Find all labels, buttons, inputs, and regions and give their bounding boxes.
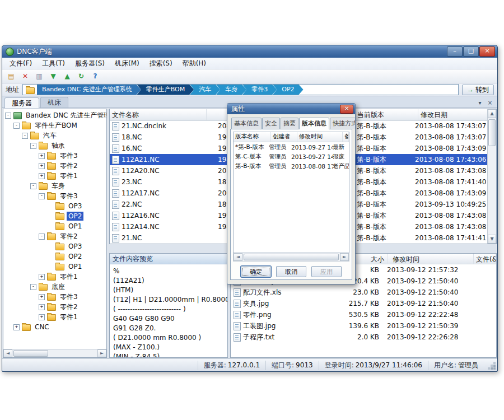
attachment-row[interactable]: 子程序.txt2.0 KB2013-09-12 22:26:28 bbox=[231, 332, 496, 343]
menu-item[interactable]: 帮助(H) bbox=[178, 58, 211, 69]
tree-item[interactable]: -零件生产BOM bbox=[3, 120, 106, 130]
tree-hscrollbar[interactable] bbox=[3, 349, 106, 357]
collapse-icon[interactable]: - bbox=[13, 123, 20, 129]
breadcrumb-segment[interactable]: 车身 bbox=[216, 85, 246, 95]
menu-item[interactable]: 搜索(S) bbox=[144, 58, 178, 69]
collapse-icon[interactable]: - bbox=[39, 193, 45, 199]
expand-icon[interactable]: + bbox=[39, 274, 45, 280]
column-header-creator[interactable]: 创建者 bbox=[271, 132, 297, 142]
dialog-tab[interactable]: 基本信息 bbox=[231, 118, 262, 129]
expand-icon[interactable]: + bbox=[39, 304, 45, 310]
menu-item[interactable]: 服务器(S) bbox=[70, 58, 110, 69]
tree-item[interactable]: +零件1 bbox=[3, 171, 106, 181]
expand-icon[interactable]: + bbox=[13, 324, 20, 330]
scroll-thumb[interactable] bbox=[13, 350, 48, 357]
version-row[interactable]: 第-B-版本管理员2013-08-08 17:老产品程序 bbox=[234, 161, 349, 171]
attachment-row[interactable]: 工装图.jpg139.6 KB2013-09-12 21:50:39 bbox=[231, 320, 496, 332]
breadcrumb-segment[interactable]: 零件3 bbox=[242, 85, 277, 95]
tree-item[interactable]: OP3 bbox=[3, 201, 106, 211]
collapse-icon[interactable]: - bbox=[5, 113, 11, 119]
dialog-tab[interactable]: 版本信息 bbox=[299, 118, 329, 129]
tree-item[interactable]: OP2 bbox=[3, 211, 106, 221]
apply-button[interactable]: 应用 bbox=[311, 266, 342, 277]
tree-item[interactable]: -Bandex DNC 先进生产管理系统 bbox=[3, 110, 106, 120]
menu-item[interactable]: 机床(M) bbox=[110, 58, 144, 69]
tree-item[interactable]: +CNC bbox=[3, 322, 106, 332]
upload-icon[interactable]: ▲ bbox=[61, 71, 73, 82]
tree-item[interactable]: OP1 bbox=[3, 262, 106, 272]
tree-item[interactable]: -车身 bbox=[3, 181, 106, 191]
menu-item[interactable]: 文件(F) bbox=[4, 58, 37, 69]
tree-item[interactable]: OP2 bbox=[3, 251, 106, 262]
column-header-date[interactable]: 修改日期 bbox=[418, 109, 496, 120]
tree-item[interactable]: -零件2 bbox=[3, 231, 106, 241]
scroll-thumb[interactable] bbox=[488, 119, 496, 146]
column-header-name[interactable]: 文件名称 bbox=[110, 109, 207, 120]
column-header-version-name[interactable]: 版本名称 bbox=[234, 132, 271, 142]
copy-icon[interactable]: ▥ bbox=[33, 71, 45, 82]
dialog-title-bar[interactable]: 属性 × bbox=[227, 104, 355, 114]
close-tab-icon[interactable]: × bbox=[486, 100, 494, 106]
tree-item[interactable]: -轴承 bbox=[3, 141, 106, 151]
column-header-modified[interactable]: 修改时间 bbox=[388, 254, 474, 264]
tree-item[interactable]: -底座 bbox=[3, 282, 106, 292]
tree-item[interactable]: OP1 bbox=[3, 221, 106, 231]
dialog-hscrollbar[interactable] bbox=[233, 253, 349, 262]
delete-icon[interactable]: ✕ bbox=[19, 71, 31, 82]
new-file-icon[interactable]: ▤ bbox=[5, 71, 17, 82]
tree-item[interactable]: -汽车 bbox=[3, 130, 106, 141]
collapse-icon[interactable]: - bbox=[30, 143, 36, 149]
collapse-icon[interactable]: - bbox=[30, 183, 36, 189]
ok-button[interactable]: 确定 bbox=[241, 266, 271, 277]
menu-item[interactable]: 工具(T) bbox=[37, 58, 70, 69]
scroll-left-icon[interactable] bbox=[3, 349, 12, 357]
maximize-button[interactable]: □ bbox=[463, 46, 479, 57]
column-header-note[interactable]: 备注 bbox=[343, 132, 349, 142]
scroll-left-icon[interactable] bbox=[234, 253, 242, 261]
expand-icon[interactable]: + bbox=[39, 153, 45, 159]
collapse-icon[interactable]: - bbox=[39, 234, 45, 240]
refresh-icon[interactable]: ↻ bbox=[75, 71, 87, 82]
tree-item[interactable]: +零件2 bbox=[3, 161, 106, 171]
address-field[interactable]: Bandex DNC 先进生产管理系统零件生产BOM汽车车身零件3OP2 bbox=[22, 84, 459, 95]
expand-icon[interactable]: + bbox=[39, 294, 45, 300]
download-icon[interactable]: ▼ bbox=[47, 71, 59, 82]
help-icon[interactable]: ? bbox=[89, 71, 101, 82]
go-button[interactable]: → 转到 bbox=[462, 85, 494, 95]
expand-icon[interactable]: + bbox=[39, 314, 45, 320]
title-bar[interactable]: DNC客户端 – □ × bbox=[2, 45, 497, 58]
tree-item[interactable]: OP3 bbox=[3, 241, 106, 251]
tree-item[interactable]: -零件3 bbox=[3, 191, 106, 201]
attachment-row[interactable]: 配刀文件.xls23.0 KB2013-09-12 21:50:40 bbox=[231, 287, 496, 298]
scroll-thumb[interactable] bbox=[244, 254, 339, 260]
version-row[interactable]: 第-C-版本管理员2013-09-27 14:报废 bbox=[234, 152, 349, 161]
column-header-version[interactable]: 当前版本 bbox=[355, 109, 418, 120]
view-tab[interactable]: 机床 bbox=[40, 97, 68, 108]
expand-icon[interactable]: + bbox=[39, 173, 45, 179]
breadcrumb-segment[interactable]: OP2 bbox=[273, 85, 303, 95]
chevron-down-icon[interactable]: ▾ bbox=[476, 100, 484, 106]
attachment-row[interactable]: 零件.png530.5 KB2013-09-12 22:22:48 bbox=[231, 309, 496, 320]
dialog-tab[interactable]: 快捷方式 bbox=[330, 118, 355, 129]
version-row[interactable]: *第-B-版本管理员2013-09-27 14:最新 bbox=[234, 142, 349, 152]
dialog-close-icon[interactable]: × bbox=[340, 105, 353, 114]
file-list-vscrollbar[interactable] bbox=[487, 109, 496, 244]
tree-item[interactable]: +零件1 bbox=[3, 312, 106, 322]
tree-item[interactable]: +零件1 bbox=[3, 272, 106, 282]
collapse-icon[interactable]: - bbox=[30, 284, 36, 290]
tree-item[interactable]: +零件2 bbox=[3, 302, 106, 312]
cancel-button[interactable]: 取消 bbox=[276, 266, 306, 277]
scroll-down-icon[interactable] bbox=[488, 235, 496, 244]
attachment-row[interactable]: 夹具.jpg215.7 KB2013-09-12 21:50:40 bbox=[231, 298, 496, 309]
dialog-tab[interactable]: 安全 bbox=[262, 118, 280, 129]
expand-icon[interactable]: + bbox=[39, 163, 45, 169]
collapse-icon[interactable]: - bbox=[22, 133, 28, 139]
breadcrumb-segment[interactable]: 汽车 bbox=[190, 85, 220, 95]
resize-grip-icon[interactable] bbox=[493, 367, 496, 370]
close-button[interactable]: × bbox=[479, 46, 495, 57]
breadcrumb-segment[interactable]: 零件生产BOM bbox=[137, 85, 194, 95]
scroll-right-icon[interactable] bbox=[340, 253, 349, 261]
tree-item[interactable]: +零件3 bbox=[3, 292, 106, 302]
minimize-button[interactable]: – bbox=[447, 46, 463, 57]
column-header-file[interactable]: 文件(&N) bbox=[474, 254, 496, 264]
